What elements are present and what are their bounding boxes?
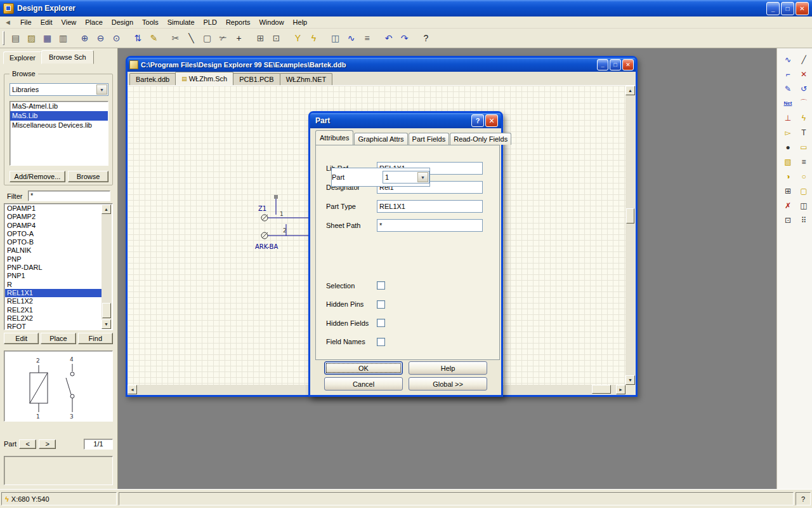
dropdown-arrow-icon[interactable] — [417, 172, 428, 182]
component-pins[interactable] — [261, 215, 268, 239]
doc-tab-wlzhm-net[interactable]: WŁZhm.NET — [280, 73, 333, 85]
document-titlebar[interactable]: C:\Program Files\Design Explorer 99 SE\E… — [128, 58, 636, 72]
help-icon[interactable]: ? — [419, 31, 433, 46]
dialog-tab-attributes[interactable]: Attributes — [315, 130, 353, 145]
menu-item[interactable]: Simulate — [163, 17, 199, 27]
pencil-icon[interactable]: ✎ — [147, 31, 161, 46]
menu-item[interactable]: Design — [107, 17, 138, 27]
component-item[interactable]: REL2X1 — [5, 306, 102, 314]
field-input[interactable]: 1 — [383, 171, 429, 184]
dialog-close-button[interactable]: ✕ — [485, 114, 498, 127]
component-item[interactable]: R — [5, 281, 102, 289]
save-icon[interactable]: ▦ — [40, 31, 55, 46]
find-button[interactable]: Find — [78, 333, 113, 344]
maximize-button[interactable]: □ — [781, 2, 794, 15]
minimize-button[interactable]: _ — [766, 2, 780, 15]
sheet-entry-tool-icon[interactable]: ▧ — [781, 156, 795, 168]
curve-tool-icon[interactable]: ↺ — [797, 83, 811, 95]
browse-button[interactable]: Browse — [68, 171, 108, 182]
menu-item[interactable]: Tools — [138, 17, 163, 27]
dropdown-arrow-icon[interactable] — [96, 84, 107, 95]
vertical-scrollbar[interactable] — [625, 86, 636, 385]
library-mode-dropdown[interactable]: Libraries — [10, 83, 108, 96]
frame-tool-icon[interactable]: ◫ — [797, 199, 811, 211]
component-item[interactable]: PNP1 — [5, 272, 102, 280]
scroll-left-icon[interactable] — [128, 385, 137, 394]
delete-tool-icon[interactable]: ✗ — [781, 199, 795, 211]
field-input[interactable]: * — [377, 219, 483, 232]
text-tool-icon[interactable]: T — [797, 126, 811, 138]
scroll-up-icon[interactable] — [102, 204, 111, 214]
print-icon[interactable]: ▥ — [56, 31, 70, 46]
graph-tool-icon[interactable]: ⊞ — [781, 185, 795, 197]
board-3d-icon[interactable]: ◫ — [328, 31, 343, 46]
close-button[interactable]: ✕ — [796, 2, 809, 15]
next-part-button[interactable]: > — [39, 439, 56, 449]
checkbox[interactable] — [377, 281, 385, 290]
filter-input[interactable]: * — [28, 190, 110, 201]
component-item[interactable]: REL1X2 — [5, 297, 102, 305]
line-icon[interactable]: ╲ — [184, 31, 199, 46]
doc-maximize-button[interactable]: □ — [610, 59, 621, 70]
image-tool-icon[interactable]: ⊡ — [781, 214, 795, 226]
open-icon[interactable]: ▨ — [24, 31, 39, 46]
place-button[interactable]: Place — [41, 333, 75, 344]
global-button[interactable]: Global >> — [409, 377, 487, 391]
component-item[interactable]: RFOT — [5, 323, 102, 329]
tab-browse-sch[interactable]: Browse Sch — [41, 50, 94, 64]
move-icon[interactable]: + — [232, 31, 246, 46]
component-item[interactable]: OPAMP4 — [5, 222, 102, 230]
prev-part-button[interactable]: < — [19, 439, 36, 449]
no-erc-tool-icon[interactable]: ✕ — [797, 68, 811, 80]
scrollbar-thumb[interactable] — [592, 385, 611, 394]
scroll-down-icon[interactable] — [102, 319, 111, 329]
component-designator[interactable]: Z1 — [258, 205, 266, 212]
menu-item[interactable]: View — [57, 17, 81, 27]
up-down-arrows-icon[interactable]: ⇅ — [131, 31, 145, 46]
new-sheet-icon[interactable]: ▤ — [8, 31, 23, 46]
component-type-label[interactable]: ARK-BA — [255, 243, 278, 250]
menu-item[interactable]: Reports — [221, 17, 255, 27]
bus-tool-icon[interactable]: ╱ — [797, 53, 811, 65]
lightning-tool-icon[interactable]: ϟ — [797, 112, 811, 124]
menu-item[interactable]: PLD — [199, 17, 221, 27]
ok-button[interactable]: OK — [324, 361, 403, 375]
dialog-titlebar[interactable]: Part ? ✕ — [310, 113, 501, 128]
menu-item[interactable]: Place — [81, 17, 107, 27]
scroll-right-icon[interactable] — [616, 385, 625, 394]
annotate-icon[interactable]: ≡ — [360, 31, 374, 46]
pcb-icon[interactable]: ⊡ — [269, 31, 284, 46]
sheet-symbol-tool-icon[interactable]: ▭ — [797, 141, 811, 153]
zoom-out-icon[interactable]: ⊖ — [93, 31, 108, 46]
dialog-tab-read-only-fields[interactable]: Read-Only Fields — [450, 133, 511, 145]
part-tool-icon[interactable]: ▻ — [781, 126, 795, 138]
component-item[interactable]: OPAMP2 — [5, 213, 102, 221]
ellipse-tool-icon[interactable]: ○ — [797, 170, 811, 182]
redo-icon[interactable]: ↷ — [397, 31, 412, 46]
checkbox[interactable] — [377, 338, 385, 346]
array-paste-tool-icon[interactable]: ⠿ — [797, 214, 811, 226]
component-item[interactable]: REL1X1 — [5, 289, 102, 297]
net-label-tool-icon[interactable]: Net — [781, 97, 795, 109]
help-button[interactable]: Help — [409, 361, 487, 375]
doc-close-button[interactable]: ✕ — [622, 59, 634, 70]
selection-icon[interactable]: ▢ — [200, 31, 214, 46]
dialog-tab-graphical-attrs[interactable]: Graphical Attrs — [354, 133, 407, 145]
cancel-button[interactable]: Cancel — [324, 377, 403, 391]
component-item[interactable]: PALNIK — [5, 246, 102, 255]
power-port-tool-icon[interactable]: ⊥ — [781, 112, 795, 124]
checkbox[interactable] — [377, 300, 385, 309]
menu-item[interactable]: Window — [254, 17, 288, 27]
drag-handle[interactable] — [274, 195, 278, 199]
component-item[interactable]: REL2X2 — [5, 314, 102, 323]
dialog-tab-part-fields[interactable]: Part Fields — [409, 133, 450, 145]
doc-tab-bartek-ddb[interactable]: Bartek.ddb — [129, 73, 176, 85]
status-help-icon[interactable]: ? — [796, 492, 811, 505]
menu-item[interactable]: File — [16, 17, 36, 27]
undo-icon[interactable]: ↶ — [381, 31, 396, 46]
wizard-icon[interactable]: Y — [291, 31, 305, 46]
knife-icon[interactable]: ✂ — [168, 31, 183, 46]
component-list-scrollbar[interactable] — [102, 204, 112, 329]
tab-explorer[interactable]: Explorer — [3, 51, 42, 64]
edit-button[interactable]: Edit — [4, 333, 39, 344]
